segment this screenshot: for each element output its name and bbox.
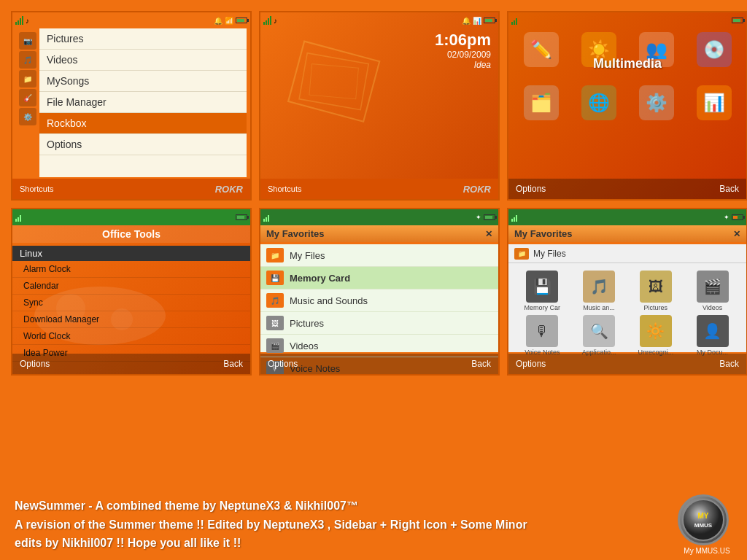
fav-grid-unrecognized[interactable]: 🔆 Unrecogni...	[630, 315, 683, 356]
screen6-myfiles-row[interactable]: 📁 My Files	[508, 244, 746, 263]
fav-label-pictures: Pictures	[290, 318, 324, 329]
rokr-logo-2: ROKR	[463, 184, 491, 195]
fav-item-musicandsounds[interactable]: 🎵 Music and Sounds	[260, 289, 498, 312]
menu-item-videos[interactable]: Videos	[39, 50, 247, 71]
screen3-back-label[interactable]: Back	[719, 184, 739, 194]
signal-icon-4	[15, 213, 21, 222]
fav-grid-applications[interactable]: 🔍 Applicatio...	[573, 315, 626, 356]
fav-icons-grid: 💾 Memory Car 🎵 Music an... 🖼 Pictures 🎬 …	[508, 263, 746, 352]
fav-grid-icon-memorycard: 💾	[526, 271, 558, 303]
fav-item-myfiles[interactable]: 📁 My Files	[260, 244, 498, 267]
fav-grid-pictures[interactable]: 🖼 Pictures	[630, 271, 683, 311]
menu-item-mysongs[interactable]: MySongs	[39, 71, 247, 92]
my-favorites-title-6: My Favorites ✕	[508, 225, 746, 242]
fav-icon-music: 🎵	[266, 293, 284, 308]
app-icon-pencil[interactable]: ✏️	[524, 32, 559, 67]
fav-grid-memorycard[interactable]: 💾 Memory Car	[516, 271, 569, 311]
screen5-options-label[interactable]: Options	[268, 359, 298, 369]
fav-grid-videos[interactable]: 🎬 Videos	[686, 271, 739, 311]
signal-icon-5	[263, 213, 269, 222]
favorites-header-icon: ✕	[485, 229, 492, 239]
office-item-calendar[interactable]: Calendar	[12, 278, 250, 295]
fav-grid-label-videos: Videos	[703, 304, 722, 311]
menu-item-pictures[interactable]: Pictures	[39, 28, 247, 50]
screen1-sidebar: 📷 🎵 📁 🎸 ⚙️	[16, 28, 39, 177]
screen2: ♪ 🔔 📊 1:06pm 02/09/2009 Idea Shortcuts R…	[259, 11, 500, 201]
svg-rect-2	[309, 64, 358, 99]
fav-grid-voicenotes[interactable]: 🎙 Voice Notes	[516, 315, 569, 356]
menu-item-filemanager[interactable]: File Manager	[39, 92, 247, 113]
fav-grid-icon-unrecognized: 🔆	[640, 315, 672, 347]
screen2-clock: 1:06pm 02/09/2009 Idea	[435, 31, 491, 70]
office-item-alarmclock[interactable]: Alarm Clock	[12, 261, 250, 278]
app-icon-world[interactable]: 🌐	[581, 85, 616, 120]
fav-icon-myfiles: 📁	[266, 248, 284, 262]
screen4-header	[12, 209, 250, 225]
fav-grid-mydocuments[interactable]: 👤 My Docu...	[686, 315, 739, 356]
svg-text:MY: MY	[698, 512, 709, 520]
music-icon: ♪	[26, 17, 29, 25]
app-icon-globe[interactable]: 💿	[697, 32, 732, 67]
screen3-options-label[interactable]: Options	[516, 184, 546, 194]
bt-icon: ✦	[476, 214, 481, 221]
screen4-options-label[interactable]: Options	[20, 359, 50, 369]
screen2-header: ♪ 🔔 📊	[260, 12, 498, 28]
screen5-back-label[interactable]: Back	[471, 359, 491, 369]
clock-time: 1:06pm	[435, 31, 491, 50]
fav-item-memorycard[interactable]: 💾 Memory Card	[260, 267, 498, 289]
battery-icon	[236, 18, 247, 23]
screen4-bottom-bar: Options Back	[12, 354, 250, 374]
app-icon-gear[interactable]: ⚙️	[639, 85, 674, 120]
svg-point-6	[683, 499, 724, 540]
screen6-header-right: ✦	[724, 214, 743, 221]
office-tools-list: Linux Alarm Clock Calendar Sync Download…	[12, 246, 250, 352]
screen3-bottom-bar: Options Back	[508, 179, 746, 199]
menu-item-rockbox[interactable]: Rockbox	[39, 113, 247, 134]
screen6-back-label[interactable]: Back	[719, 359, 739, 369]
bottom-description: NewSummer - A combined theme by NeptuneX…	[15, 497, 659, 553]
menu-item-options[interactable]: Options	[39, 134, 247, 155]
office-tools-title: Office Tools	[12, 225, 250, 243]
sidebar-icon-2: 🎵	[19, 51, 36, 69]
battery-icon-3	[732, 18, 743, 23]
myfiles-icon-small: 📁	[514, 248, 529, 260]
office-item-downloadmanager[interactable]: Download Manager	[12, 311, 250, 328]
desc-line2: A revision of the Summer theme !! Edited…	[15, 516, 659, 534]
myfiles-label-small: My Files	[533, 249, 566, 259]
screen3-header-right	[732, 18, 743, 23]
screen5-header-right: ✦	[476, 214, 495, 221]
battery-icon-4	[236, 214, 247, 220]
wave-art	[259, 27, 406, 144]
fav-label-memorycard: Memory Card	[290, 273, 350, 284]
screen3-header	[508, 12, 746, 28]
fav-icon-pictures: 🖼	[266, 316, 284, 330]
fav-grid-music[interactable]: 🎵 Music an...	[573, 271, 626, 311]
app-icon-folder[interactable]: 🗂️	[524, 85, 559, 120]
screen1-header-left: ♪	[15, 16, 29, 25]
fav-item-pictures[interactable]: 🖼 Pictures	[260, 312, 498, 335]
screen1-shortcuts-label: Shortcuts	[20, 184, 53, 193]
svg-rect-1	[299, 53, 368, 110]
office-item-worldclock[interactable]: World Clock	[12, 328, 250, 345]
sidebar-icon-1: 📷	[19, 32, 36, 50]
fav-grid-icon-music: 🎵	[583, 271, 615, 303]
screen6-options-label[interactable]: Options	[516, 359, 546, 369]
screen2-header-left: ♪	[263, 16, 277, 25]
app-icon-chart[interactable]: 📊	[697, 85, 732, 120]
screen1-header: ♪ 🔔 📶	[12, 12, 250, 28]
screen3-icon-row2: 🗂️ 🌐 ⚙️ 📊	[508, 82, 746, 124]
my-favorites-title-5: My Favorites ✕	[260, 225, 498, 242]
svg-text:MMUS: MMUS	[694, 522, 713, 529]
screen4: Office Tools Linux Alarm Clock Calendar …	[11, 208, 252, 376]
office-item-sync[interactable]: Sync	[12, 295, 250, 311]
mmus-logo-circle: MY MMUS	[678, 494, 729, 545]
fav-grid-icon-voicenotes: 🎙	[526, 315, 558, 347]
desc-line3: edits by Nikhil007 !! Hope you all like …	[15, 534, 659, 553]
my-favorites-label-5: My Favorites	[266, 228, 324, 239]
screen3: ✏️ ☀️ 👥 💿 Multimedia 🗂️ 🌐 ⚙️ 📊 Options B…	[507, 11, 747, 201]
screen5-bottom-bar: Options Back	[260, 354, 498, 374]
signal-icon-3	[511, 16, 517, 25]
screen4-back-label[interactable]: Back	[223, 359, 243, 369]
fav-label-myfiles: My Files	[290, 250, 325, 261]
fav-label-videos: Videos	[290, 341, 319, 351]
